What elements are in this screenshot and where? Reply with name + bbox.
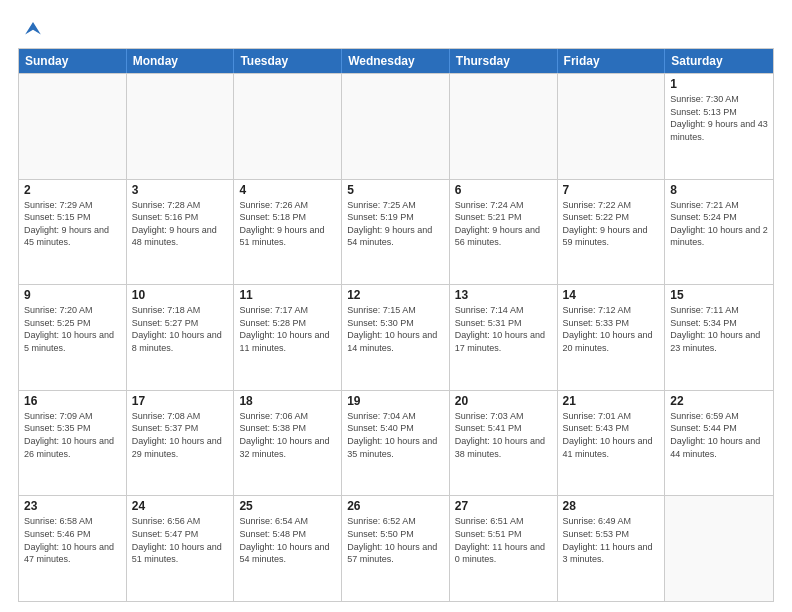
calendar-cell-r3-c2: 18Sunrise: 7:06 AM Sunset: 5:38 PM Dayli…	[234, 391, 342, 496]
day-info: Sunrise: 7:30 AM Sunset: 5:13 PM Dayligh…	[670, 93, 768, 143]
calendar-cell-r1-c1: 3Sunrise: 7:28 AM Sunset: 5:16 PM Daylig…	[127, 180, 235, 285]
weekday-tuesday: Tuesday	[234, 49, 342, 73]
day-info: Sunrise: 7:01 AM Sunset: 5:43 PM Dayligh…	[563, 410, 660, 460]
day-number: 13	[455, 288, 552, 302]
calendar-cell-r0-c3	[342, 74, 450, 179]
calendar-row-3: 16Sunrise: 7:09 AM Sunset: 5:35 PM Dayli…	[19, 390, 773, 496]
day-number: 15	[670, 288, 768, 302]
day-number: 23	[24, 499, 121, 513]
calendar-cell-r3-c0: 16Sunrise: 7:09 AM Sunset: 5:35 PM Dayli…	[19, 391, 127, 496]
day-number: 5	[347, 183, 444, 197]
day-number: 24	[132, 499, 229, 513]
calendar: Sunday Monday Tuesday Wednesday Thursday…	[18, 48, 774, 602]
day-number: 22	[670, 394, 768, 408]
day-number: 21	[563, 394, 660, 408]
day-number: 4	[239, 183, 336, 197]
calendar-cell-r0-c2	[234, 74, 342, 179]
calendar-cell-r3-c1: 17Sunrise: 7:08 AM Sunset: 5:37 PM Dayli…	[127, 391, 235, 496]
calendar-cell-r2-c1: 10Sunrise: 7:18 AM Sunset: 5:27 PM Dayli…	[127, 285, 235, 390]
day-number: 6	[455, 183, 552, 197]
day-number: 10	[132, 288, 229, 302]
logo	[18, 18, 44, 40]
day-number: 17	[132, 394, 229, 408]
day-info: Sunrise: 7:03 AM Sunset: 5:41 PM Dayligh…	[455, 410, 552, 460]
calendar-cell-r2-c0: 9Sunrise: 7:20 AM Sunset: 5:25 PM Daylig…	[19, 285, 127, 390]
calendar-cell-r2-c4: 13Sunrise: 7:14 AM Sunset: 5:31 PM Dayli…	[450, 285, 558, 390]
day-info: Sunrise: 7:28 AM Sunset: 5:16 PM Dayligh…	[132, 199, 229, 249]
calendar-cell-r3-c5: 21Sunrise: 7:01 AM Sunset: 5:43 PM Dayli…	[558, 391, 666, 496]
calendar-cell-r4-c1: 24Sunrise: 6:56 AM Sunset: 5:47 PM Dayli…	[127, 496, 235, 601]
day-info: Sunrise: 7:08 AM Sunset: 5:37 PM Dayligh…	[132, 410, 229, 460]
day-info: Sunrise: 7:25 AM Sunset: 5:19 PM Dayligh…	[347, 199, 444, 249]
calendar-cell-r4-c3: 26Sunrise: 6:52 AM Sunset: 5:50 PM Dayli…	[342, 496, 450, 601]
day-info: Sunrise: 7:06 AM Sunset: 5:38 PM Dayligh…	[239, 410, 336, 460]
day-number: 26	[347, 499, 444, 513]
day-number: 3	[132, 183, 229, 197]
calendar-cell-r3-c3: 19Sunrise: 7:04 AM Sunset: 5:40 PM Dayli…	[342, 391, 450, 496]
day-number: 11	[239, 288, 336, 302]
header	[18, 18, 774, 40]
calendar-cell-r1-c3: 5Sunrise: 7:25 AM Sunset: 5:19 PM Daylig…	[342, 180, 450, 285]
weekday-saturday: Saturday	[665, 49, 773, 73]
weekday-friday: Friday	[558, 49, 666, 73]
weekday-wednesday: Wednesday	[342, 49, 450, 73]
calendar-cell-r4-c4: 27Sunrise: 6:51 AM Sunset: 5:51 PM Dayli…	[450, 496, 558, 601]
day-info: Sunrise: 7:11 AM Sunset: 5:34 PM Dayligh…	[670, 304, 768, 354]
day-number: 7	[563, 183, 660, 197]
calendar-cell-r1-c4: 6Sunrise: 7:24 AM Sunset: 5:21 PM Daylig…	[450, 180, 558, 285]
day-number: 27	[455, 499, 552, 513]
day-info: Sunrise: 7:29 AM Sunset: 5:15 PM Dayligh…	[24, 199, 121, 249]
day-info: Sunrise: 7:21 AM Sunset: 5:24 PM Dayligh…	[670, 199, 768, 249]
calendar-cell-r0-c6: 1Sunrise: 7:30 AM Sunset: 5:13 PM Daylig…	[665, 74, 773, 179]
day-number: 12	[347, 288, 444, 302]
day-number: 2	[24, 183, 121, 197]
calendar-cell-r1-c6: 8Sunrise: 7:21 AM Sunset: 5:24 PM Daylig…	[665, 180, 773, 285]
day-info: Sunrise: 7:18 AM Sunset: 5:27 PM Dayligh…	[132, 304, 229, 354]
day-info: Sunrise: 6:59 AM Sunset: 5:44 PM Dayligh…	[670, 410, 768, 460]
calendar-cell-r4-c6	[665, 496, 773, 601]
calendar-row-2: 9Sunrise: 7:20 AM Sunset: 5:25 PM Daylig…	[19, 284, 773, 390]
day-info: Sunrise: 6:54 AM Sunset: 5:48 PM Dayligh…	[239, 515, 336, 565]
day-info: Sunrise: 6:52 AM Sunset: 5:50 PM Dayligh…	[347, 515, 444, 565]
calendar-row-1: 2Sunrise: 7:29 AM Sunset: 5:15 PM Daylig…	[19, 179, 773, 285]
calendar-body: 1Sunrise: 7:30 AM Sunset: 5:13 PM Daylig…	[19, 73, 773, 601]
day-number: 9	[24, 288, 121, 302]
day-info: Sunrise: 7:17 AM Sunset: 5:28 PM Dayligh…	[239, 304, 336, 354]
calendar-cell-r3-c6: 22Sunrise: 6:59 AM Sunset: 5:44 PM Dayli…	[665, 391, 773, 496]
day-info: Sunrise: 7:24 AM Sunset: 5:21 PM Dayligh…	[455, 199, 552, 249]
calendar-cell-r2-c2: 11Sunrise: 7:17 AM Sunset: 5:28 PM Dayli…	[234, 285, 342, 390]
calendar-cell-r2-c6: 15Sunrise: 7:11 AM Sunset: 5:34 PM Dayli…	[665, 285, 773, 390]
calendar-cell-r2-c5: 14Sunrise: 7:12 AM Sunset: 5:33 PM Dayli…	[558, 285, 666, 390]
weekday-sunday: Sunday	[19, 49, 127, 73]
calendar-cell-r3-c4: 20Sunrise: 7:03 AM Sunset: 5:41 PM Dayli…	[450, 391, 558, 496]
day-info: Sunrise: 7:15 AM Sunset: 5:30 PM Dayligh…	[347, 304, 444, 354]
calendar-cell-r1-c2: 4Sunrise: 7:26 AM Sunset: 5:18 PM Daylig…	[234, 180, 342, 285]
day-number: 25	[239, 499, 336, 513]
day-number: 1	[670, 77, 768, 91]
calendar-cell-r4-c2: 25Sunrise: 6:54 AM Sunset: 5:48 PM Dayli…	[234, 496, 342, 601]
calendar-header: Sunday Monday Tuesday Wednesday Thursday…	[19, 49, 773, 73]
calendar-cell-r0-c4	[450, 74, 558, 179]
day-info: Sunrise: 7:26 AM Sunset: 5:18 PM Dayligh…	[239, 199, 336, 249]
day-info: Sunrise: 7:14 AM Sunset: 5:31 PM Dayligh…	[455, 304, 552, 354]
day-info: Sunrise: 7:09 AM Sunset: 5:35 PM Dayligh…	[24, 410, 121, 460]
svg-marker-0	[25, 22, 41, 35]
day-info: Sunrise: 7:22 AM Sunset: 5:22 PM Dayligh…	[563, 199, 660, 249]
day-number: 28	[563, 499, 660, 513]
day-number: 20	[455, 394, 552, 408]
page: Sunday Monday Tuesday Wednesday Thursday…	[0, 0, 792, 612]
day-number: 14	[563, 288, 660, 302]
calendar-cell-r0-c5	[558, 74, 666, 179]
calendar-row-4: 23Sunrise: 6:58 AM Sunset: 5:46 PM Dayli…	[19, 495, 773, 601]
day-info: Sunrise: 7:20 AM Sunset: 5:25 PM Dayligh…	[24, 304, 121, 354]
calendar-row-0: 1Sunrise: 7:30 AM Sunset: 5:13 PM Daylig…	[19, 73, 773, 179]
weekday-monday: Monday	[127, 49, 235, 73]
calendar-cell-r4-c5: 28Sunrise: 6:49 AM Sunset: 5:53 PM Dayli…	[558, 496, 666, 601]
calendar-cell-r0-c0	[19, 74, 127, 179]
day-number: 16	[24, 394, 121, 408]
day-info: Sunrise: 6:51 AM Sunset: 5:51 PM Dayligh…	[455, 515, 552, 565]
day-number: 19	[347, 394, 444, 408]
day-info: Sunrise: 6:49 AM Sunset: 5:53 PM Dayligh…	[563, 515, 660, 565]
day-info: Sunrise: 6:56 AM Sunset: 5:47 PM Dayligh…	[132, 515, 229, 565]
calendar-cell-r1-c0: 2Sunrise: 7:29 AM Sunset: 5:15 PM Daylig…	[19, 180, 127, 285]
